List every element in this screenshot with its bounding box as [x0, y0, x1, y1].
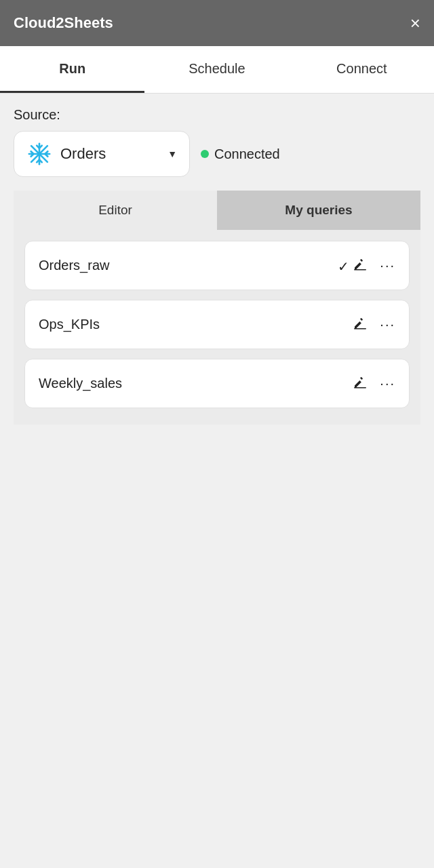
query-name-ops-kpis: Ops_KPIs	[39, 317, 100, 332]
snowflake-icon	[26, 141, 52, 167]
edit-query-ops-kpis-button[interactable]	[353, 315, 368, 334]
status-dot-icon	[201, 150, 209, 158]
edit-query-orders-raw-button[interactable]: ✓	[338, 256, 368, 275]
svg-rect-13	[354, 328, 366, 330]
source-name: Orders	[60, 145, 159, 163]
app-title: Cloud2Sheets	[14, 14, 113, 32]
edit-icon	[353, 315, 368, 330]
status-text: Connected	[214, 146, 280, 162]
query-actions-ops-kpis: ···	[353, 315, 395, 334]
close-button[interactable]: ×	[410, 14, 420, 32]
query-name-orders-raw: Orders_raw	[39, 258, 109, 273]
edit-query-weekly-sales-button[interactable]	[353, 374, 368, 393]
sub-tab-editor[interactable]: Editor	[14, 191, 217, 230]
query-actions-orders-raw: ✓ ···	[338, 256, 395, 275]
more-options-orders-raw-button[interactable]: ···	[380, 258, 395, 273]
more-options-ops-kpis-button[interactable]: ···	[380, 317, 395, 332]
source-row: Orders ▼ Connected	[14, 131, 420, 177]
connection-status: Connected	[201, 146, 280, 162]
app-header: Cloud2Sheets ×	[0, 0, 434, 46]
edit-icon	[353, 256, 368, 271]
query-item-ops-kpis: Ops_KPIs ···	[24, 300, 410, 349]
query-actions-weekly-sales: ···	[353, 374, 395, 393]
query-item-weekly-sales: Weekly_sales ···	[24, 359, 410, 408]
sub-tab-my-queries[interactable]: My queries	[217, 191, 420, 230]
main-content: Source:	[0, 94, 434, 425]
dropdown-arrow-icon: ▼	[167, 149, 177, 159]
sub-tab-bar: Editor My queries	[14, 191, 420, 230]
tab-schedule[interactable]: Schedule	[144, 46, 289, 93]
tab-connect[interactable]: Connect	[290, 46, 434, 93]
edit-icon	[353, 374, 368, 389]
svg-rect-14	[354, 387, 366, 389]
main-tab-bar: Run Schedule Connect	[0, 46, 434, 94]
query-item-orders-raw: Orders_raw ✓ ···	[24, 241, 410, 290]
queries-container: Orders_raw ✓ ··· Ops_KPIs	[14, 230, 420, 425]
svg-rect-12	[354, 269, 366, 271]
source-dropdown[interactable]: Orders ▼	[14, 131, 190, 177]
more-options-weekly-sales-button[interactable]: ···	[380, 376, 395, 391]
source-label: Source:	[14, 107, 420, 123]
tab-run[interactable]: Run	[0, 46, 144, 93]
query-name-weekly-sales: Weekly_sales	[39, 376, 122, 391]
